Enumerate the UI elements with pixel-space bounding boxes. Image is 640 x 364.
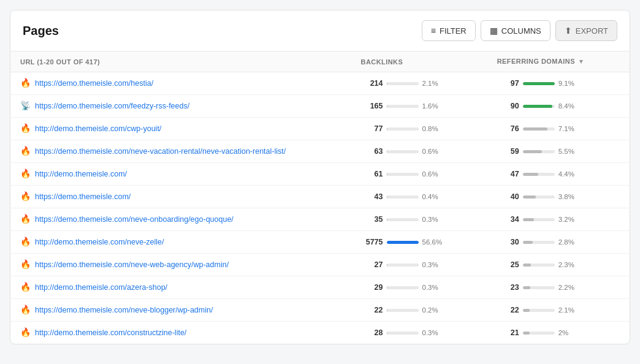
- backlinks-bar-container: [387, 173, 419, 176]
- url-cell: 🔥 http://demo.themeisle.com/constructzin…: [10, 322, 351, 344]
- filter-icon: ≡: [431, 26, 436, 36]
- domains-number: 97: [497, 79, 519, 88]
- url-cell: 📡 https://demo.themeisle.com/feedzy-rss-…: [10, 95, 351, 118]
- url-link[interactable]: https://demo.themeisle.com/: [35, 192, 131, 201]
- table-row: 🔥 https://demo.themeisle.com/neve-web-ag…: [10, 254, 630, 276]
- backlinks-cell: 5775 56.6%: [351, 231, 487, 254]
- domains-bar-container: [523, 218, 555, 221]
- favicon: 🔥: [20, 282, 30, 292]
- favicon: 📡: [20, 101, 30, 111]
- table-row: 🔥 http://demo.themeisle.com/cwp-youit/ 7…: [10, 118, 630, 140]
- domains-bar-container: [523, 264, 555, 267]
- backlinks-bar-fill: [387, 150, 387, 153]
- backlinks-percent: 0.3%: [422, 216, 442, 223]
- favicon: 🔥: [20, 328, 30, 338]
- url-link[interactable]: https://demo.themeisle.com/neve-blogger/…: [35, 306, 213, 314]
- domains-bar-fill: [523, 127, 548, 131]
- backlinks-percent: 0.3%: [422, 261, 442, 268]
- backlinks-cell: 214 2.1%: [351, 72, 487, 95]
- backlinks-bar-container: [387, 195, 419, 199]
- domains-bar-fill: [523, 218, 534, 221]
- domains-number: 23: [497, 283, 519, 292]
- domains-bar-container: [523, 195, 555, 199]
- backlinks-number: 29: [361, 283, 383, 292]
- backlinks-column-header: BACKLINKS: [351, 51, 487, 72]
- export-label: EXPORT: [576, 26, 608, 36]
- backlinks-percent: 0.3%: [422, 284, 442, 291]
- url-link[interactable]: http://demo.themeisle.com/neve-zelle/: [35, 238, 164, 246]
- table-row: 🔥 http://demo.themeisle.com/constructzin…: [10, 322, 630, 344]
- backlinks-bar-container: [387, 286, 419, 289]
- url-link[interactable]: https://demo.themeisle.com/neve-vacation…: [35, 147, 286, 156]
- url-link[interactable]: http://demo.themeisle.com/constructzine-…: [35, 328, 186, 337]
- domains-cell: 21 2%: [487, 322, 630, 344]
- url-link[interactable]: https://demo.themeisle.com/feedzy-rss-fe…: [35, 102, 189, 110]
- url-link[interactable]: http://demo.themeisle.com/: [35, 170, 127, 178]
- domains-number: 40: [497, 192, 519, 201]
- backlinks-percent: 0.6%: [422, 148, 442, 155]
- domains-number: 22: [497, 306, 519, 314]
- toolbar: ≡ FILTER ▦ COLUMNS ⬆ EXPORT: [422, 20, 617, 41]
- domains-percent: 2.8%: [558, 238, 578, 246]
- export-button[interactable]: ⬆ EXPORT: [555, 20, 617, 41]
- domains-percent: 7.1%: [558, 125, 578, 132]
- domains-bar-fill: [523, 241, 533, 244]
- favicon: 🔥: [20, 146, 30, 156]
- domains-cell: 40 3.8%: [487, 186, 630, 208]
- url-link[interactable]: https://demo.themeisle.com/neve-web-agen…: [35, 260, 229, 269]
- domains-cell: 30 2.8%: [487, 231, 630, 254]
- backlinks-percent: 0.2%: [422, 306, 442, 314]
- backlinks-bar-fill: [387, 82, 388, 85]
- backlinks-bar-container: [387, 218, 419, 221]
- backlinks-number: 43: [361, 192, 383, 201]
- domains-bar-fill: [523, 309, 530, 312]
- backlinks-cell: 43 0.4%: [351, 186, 487, 208]
- domains-bar-fill: [523, 286, 530, 289]
- url-cell: 🔥 https://demo.themeisle.com/neve-blogge…: [10, 299, 351, 322]
- domains-column-header[interactable]: REFERRING DOMAINS ▾: [487, 51, 630, 72]
- url-cell: 🔥 https://demo.themeisle.com/neve-vacati…: [10, 140, 351, 163]
- backlinks-number: 27: [361, 260, 383, 269]
- favicon: 🔥: [20, 78, 30, 88]
- backlinks-bar-fill: [387, 173, 387, 176]
- backlinks-percent: 0.4%: [422, 193, 442, 200]
- filter-button[interactable]: ≡ FILTER: [422, 20, 476, 41]
- domains-percent: 2.1%: [558, 306, 578, 314]
- domains-number: 47: [497, 170, 519, 178]
- favicon: 🔥: [20, 192, 30, 202]
- columns-icon: ▦: [490, 26, 498, 36]
- backlinks-percent: 1.6%: [422, 102, 442, 110]
- domains-bar-container: [523, 82, 555, 85]
- url-cell: 🔥 https://demo.themeisle.com/neve-onboar…: [10, 208, 351, 231]
- domains-bar-fill: [523, 82, 555, 85]
- favicon: 🔥: [20, 124, 30, 134]
- url-link[interactable]: https://demo.themeisle.com/neve-onboardi…: [35, 215, 234, 224]
- url-link[interactable]: https://demo.themeisle.com/hestia/: [35, 79, 153, 88]
- url-cell: 🔥 http://demo.themeisle.com/cwp-youit/: [10, 118, 351, 140]
- columns-button[interactable]: ▦ COLUMNS: [481, 20, 550, 41]
- backlinks-number: 77: [361, 124, 383, 133]
- table-row: 🔥 http://demo.themeisle.com/ 61 0.6% 47 …: [10, 163, 630, 186]
- domains-number: 30: [497, 238, 519, 246]
- backlinks-bar-fill: [387, 127, 387, 131]
- sort-icon: ▾: [579, 58, 583, 65]
- domains-bar-container: [523, 127, 555, 131]
- filter-label: FILTER: [440, 26, 467, 36]
- url-cell: 🔥 http://demo.themeisle.com/azera-shop/: [10, 276, 351, 299]
- domains-bar-fill: [523, 105, 552, 108]
- domains-bar-container: [523, 286, 555, 289]
- url-link[interactable]: http://demo.themeisle.com/cwp-youit/: [35, 124, 161, 133]
- backlinks-cell: 77 0.8%: [351, 118, 487, 140]
- domains-bar-fill: [523, 332, 530, 335]
- domains-cell: 90 8.4%: [487, 95, 630, 118]
- backlinks-cell: 165 1.6%: [351, 95, 487, 118]
- url-link[interactable]: http://demo.themeisle.com/azera-shop/: [35, 283, 167, 292]
- favicon: 🔥: [20, 169, 30, 179]
- favicon: 🔥: [20, 260, 30, 270]
- table-row: 🔥 https://demo.themeisle.com/neve-vacati…: [10, 140, 630, 163]
- backlinks-bar-container: [387, 82, 419, 85]
- domains-percent: 3.8%: [558, 193, 578, 200]
- domains-percent: 4.4%: [558, 170, 578, 178]
- backlinks-number: 5775: [361, 238, 383, 246]
- domains-percent: 8.4%: [558, 102, 578, 110]
